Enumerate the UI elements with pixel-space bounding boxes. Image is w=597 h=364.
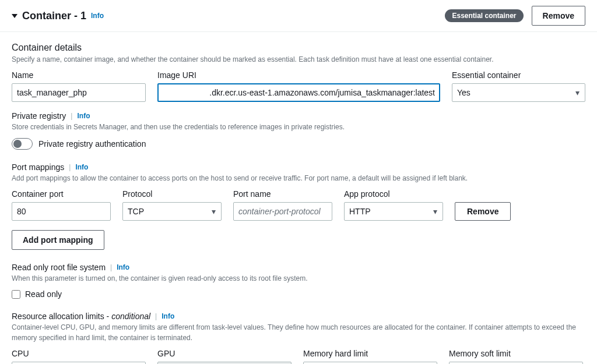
essential-container-badge: Essential container	[445, 9, 523, 22]
rofs-title: Read only root file system	[12, 263, 106, 272]
cpu-label: CPU	[12, 349, 146, 358]
name-label: Name	[12, 70, 146, 80]
container-title: Container - 1	[22, 10, 86, 22]
container-details-desc: Specify a name, container image, and whe…	[12, 54, 585, 65]
rofs-info-link[interactable]: Info	[117, 263, 129, 271]
essential-container-select[interactable]: Yes	[452, 83, 585, 102]
container-details-title: Container details	[12, 43, 585, 53]
private-registry-toggle-label: Private registry authentication	[38, 139, 146, 149]
container-name-input[interactable]	[12, 83, 146, 102]
rofs-desc: When this parameter is turned on, the co…	[12, 273, 585, 284]
separator: |	[153, 312, 159, 320]
mem-soft-input[interactable]	[449, 362, 583, 364]
add-port-mapping-button[interactable]: Add port mapping	[12, 230, 104, 250]
mem-hard-input[interactable]	[303, 362, 437, 364]
separator: |	[66, 163, 73, 171]
container-port-input[interactable]	[12, 202, 111, 221]
protocol-select[interactable]: TCP	[122, 202, 222, 221]
essential-select-wrap: Yes ▾	[452, 83, 585, 102]
container-port-label: Container port	[12, 189, 111, 199]
image-uri-label: Image URI	[157, 70, 440, 80]
read-only-label: Read only	[25, 289, 62, 299]
gpu-label: GPU	[157, 349, 292, 358]
app-protocol-label: App protocol	[344, 189, 443, 199]
container-info-link[interactable]: Info	[91, 12, 104, 20]
remove-port-button[interactable]: Remove	[455, 202, 511, 221]
port-name-label: Port name	[233, 189, 332, 199]
private-registry-title: Private registry	[12, 111, 66, 121]
read-only-checkbox[interactable]	[12, 290, 20, 299]
container-panel-header: Container - 1 Info Essential container R…	[0, 0, 597, 32]
collapse-caret-icon[interactable]	[12, 14, 17, 18]
essential-label: Essential container	[452, 70, 585, 80]
resources-info-link[interactable]: Info	[161, 312, 174, 320]
private-registry-auth-toggle[interactable]	[12, 138, 33, 150]
protocol-label: Protocol	[122, 189, 222, 199]
app-protocol-select[interactable]: HTTP	[344, 202, 443, 221]
resources-desc: Container-level CPU, GPU, and memory lim…	[12, 322, 585, 343]
port-mappings-desc: Add port mappings to allow the container…	[12, 173, 585, 183]
resources-title: Resource allocation limits - conditional	[12, 312, 150, 321]
separator: |	[68, 112, 75, 120]
separator: |	[108, 263, 114, 271]
image-uri-input[interactable]	[157, 83, 440, 102]
gpu-input	[157, 362, 292, 364]
remove-container-button[interactable]: Remove	[532, 6, 585, 26]
private-registry-desc: Store credentials in Secrets Manager, an…	[12, 122, 585, 132]
mem-soft-label: Memory soft limit	[449, 349, 583, 358]
port-name-input[interactable]	[233, 202, 332, 221]
port-mappings-info-link[interactable]: Info	[75, 163, 88, 171]
port-mappings-title: Port mappings	[12, 162, 64, 172]
private-registry-info-link[interactable]: Info	[77, 112, 90, 120]
cpu-input[interactable]	[12, 362, 146, 364]
mem-hard-label: Memory hard limit	[303, 349, 437, 358]
